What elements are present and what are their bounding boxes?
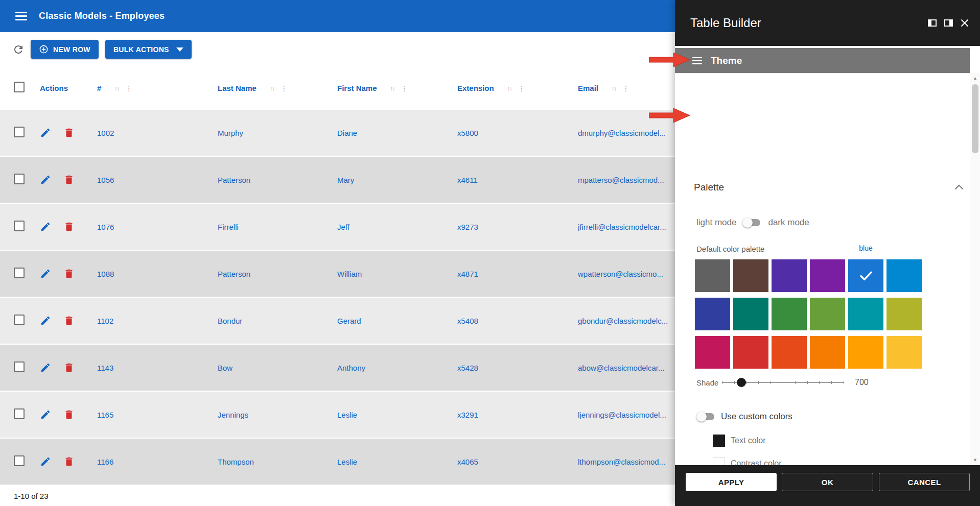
swatch-teal[interactable] <box>733 298 768 330</box>
cell-extension: x4871 <box>457 270 578 278</box>
delete-icon[interactable] <box>63 362 75 373</box>
column-header-actions: Actions <box>40 84 68 92</box>
edit-icon[interactable] <box>40 268 51 279</box>
new-row-button[interactable]: NEW ROW <box>31 40 99 59</box>
sort-icon-extension[interactable]: ↑↓ <box>507 85 512 91</box>
swatch-purple[interactable] <box>810 259 845 292</box>
swatch-blue[interactable] <box>848 259 883 292</box>
bulk-actions-label: BULK ACTIONS <box>113 45 169 54</box>
cell-id: 1076 <box>97 223 218 231</box>
slider-thumb[interactable] <box>737 378 746 387</box>
dock-right-icon[interactable] <box>944 19 953 27</box>
delete-icon[interactable] <box>63 315 75 326</box>
shade-value: 700 <box>855 378 869 387</box>
bulk-actions-button[interactable]: BULK ACTIONS <box>105 40 192 59</box>
cell-last-name: Bow <box>218 364 337 372</box>
row-checkbox[interactable] <box>14 127 25 137</box>
column-header-extension[interactable]: Extension <box>457 84 494 92</box>
delete-icon[interactable] <box>63 409 75 420</box>
table-builder-panel: Table Builder Theme Palette light mode <box>675 0 980 506</box>
column-menu-icon-id[interactable]: ⋮ <box>125 84 132 92</box>
edit-icon[interactable] <box>40 127 51 138</box>
scroll-down-icon[interactable]: ▼ <box>970 456 980 464</box>
delete-icon[interactable] <box>63 127 75 138</box>
mode-toggle[interactable] <box>742 218 762 228</box>
default-palette-label: Default color palette <box>696 245 764 253</box>
edit-icon[interactable] <box>40 409 51 420</box>
edit-icon[interactable] <box>40 362 51 373</box>
column-menu-icon-email[interactable]: ⋮ <box>622 84 629 92</box>
swatch-lime[interactable] <box>886 298 922 330</box>
delete-icon[interactable] <box>63 174 75 185</box>
sort-icon-first-name[interactable]: ↑↓ <box>390 85 395 91</box>
swatch-indigo[interactable] <box>695 298 730 330</box>
swatch-amber[interactable] <box>848 336 883 369</box>
edit-icon[interactable] <box>40 174 51 185</box>
cell-extension: x5408 <box>457 317 578 325</box>
delete-icon[interactable] <box>63 268 75 279</box>
swatch-deep-purple[interactable] <box>772 259 807 292</box>
swatch-light-blue[interactable] <box>886 259 922 292</box>
edit-icon[interactable] <box>40 315 51 326</box>
refresh-button[interactable] <box>10 41 27 58</box>
cell-first-name: Leslie <box>337 457 457 466</box>
row-checkbox[interactable] <box>14 408 25 419</box>
scroll-up-icon[interactable]: ▲ <box>970 74 980 82</box>
column-menu-icon-first-name[interactable]: ⋮ <box>401 84 408 92</box>
new-row-label: NEW ROW <box>53 45 90 54</box>
custom-colors-toggle[interactable] <box>696 412 716 422</box>
swatch-orange[interactable] <box>810 336 845 369</box>
delete-icon[interactable] <box>63 221 75 232</box>
cancel-button[interactable]: CANCEL <box>879 473 970 491</box>
pagination-label: 1-10 of 23 <box>14 492 49 500</box>
ok-button[interactable]: OK <box>782 473 873 491</box>
shade-row: Shade 700 <box>696 377 952 388</box>
scrollbar-thumb[interactable] <box>972 84 978 153</box>
sort-icon-email[interactable]: ↑↓ <box>612 85 616 91</box>
column-menu-icon-last-name[interactable]: ⋮ <box>281 84 288 92</box>
edit-icon[interactable] <box>40 221 51 232</box>
delete-icon[interactable] <box>63 456 75 467</box>
cell-id: 1165 <box>97 411 218 419</box>
swatch-green[interactable] <box>772 298 807 330</box>
close-icon[interactable] <box>961 19 969 27</box>
edit-icon[interactable] <box>40 456 51 467</box>
row-checkbox[interactable] <box>14 315 25 325</box>
row-checkbox[interactable] <box>14 174 25 184</box>
swatch-yellow[interactable] <box>886 336 922 369</box>
menu-icon[interactable] <box>15 12 27 20</box>
cell-last-name: Patterson <box>218 270 337 278</box>
column-menu-icon-extension[interactable]: ⋮ <box>518 84 525 92</box>
row-checkbox[interactable] <box>14 268 25 278</box>
row-checkbox[interactable] <box>14 221 25 231</box>
table-footer: 1-10 of 23 <box>0 486 675 506</box>
panel-title: Table Builder <box>690 16 761 30</box>
dock-left-icon[interactable] <box>928 19 937 27</box>
swatch-pink[interactable] <box>695 336 730 369</box>
apply-button[interactable]: APPLY <box>686 473 777 491</box>
swatch-cyan[interactable] <box>848 298 883 330</box>
column-header-last-name[interactable]: Last Name <box>218 84 256 92</box>
sort-icon-last-name[interactable]: ↑↓ <box>270 85 274 91</box>
swatch-red[interactable] <box>733 336 768 369</box>
sort-icon-id[interactable]: ↑↓ <box>114 85 119 91</box>
swatch-grey[interactable] <box>695 259 730 292</box>
shade-slider[interactable] <box>722 377 844 388</box>
panel-scrollbar[interactable]: ▲ ▼ <box>970 73 980 465</box>
select-all-checkbox[interactable] <box>14 82 25 92</box>
plus-circle-icon <box>39 44 49 54</box>
column-header-email[interactable]: Email <box>578 84 598 92</box>
swatch-light-green[interactable] <box>810 298 845 330</box>
cell-last-name: Firrelli <box>218 223 337 231</box>
row-checkbox[interactable] <box>14 362 25 372</box>
cell-last-name: Patterson <box>218 176 337 184</box>
theme-section-header[interactable]: Theme <box>675 48 970 73</box>
column-header-id[interactable]: # <box>97 84 101 92</box>
chevron-up-icon[interactable] <box>954 183 964 190</box>
column-header-first-name[interactable]: First Name <box>337 84 377 92</box>
text-color-swatch[interactable] <box>713 435 725 447</box>
row-checkbox[interactable] <box>14 455 25 466</box>
cell-last-name: Murphy <box>218 129 337 137</box>
swatch-deep-orange[interactable] <box>772 336 807 369</box>
swatch-brown[interactable] <box>733 259 768 292</box>
